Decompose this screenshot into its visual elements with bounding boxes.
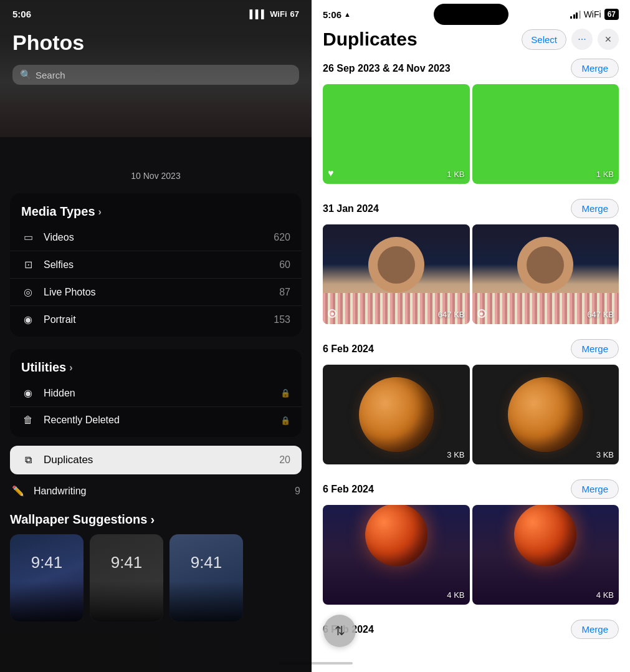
- videos-icon: ▭: [21, 231, 35, 243]
- selfies-count: 60: [279, 259, 290, 271]
- photo-size-4b: 4 KB: [596, 590, 614, 600]
- live-icon-2b: [477, 309, 487, 319]
- heart-icon-1a: ♥: [328, 168, 334, 179]
- selfies-label: Selfies: [44, 259, 279, 271]
- merge-button-5[interactable]: Merge: [571, 620, 619, 639]
- battery-level: 67: [608, 10, 616, 19]
- left-content: 5:06 ▌▌▌ WiFi 67 Photos 🔍 Search 10 Nov …: [0, 0, 312, 672]
- date-label: 10 Nov 2023: [0, 171, 312, 181]
- photo-thumb-1a[interactable]: ♥ 1 KB: [323, 84, 470, 184]
- selfies-icon: ⊡: [21, 259, 35, 271]
- wallpaper-thumb-1[interactable]: 9:41: [10, 534, 84, 622]
- search-icon: 🔍: [20, 69, 32, 80]
- photo-size-4a: 4 KB: [447, 590, 464, 600]
- sidebar-item-hidden[interactable]: ◉ Hidden 🔒: [10, 380, 302, 407]
- planet-3b: [508, 377, 583, 452]
- notch: [434, 4, 508, 25]
- wallpaper-chevron: ›: [150, 512, 155, 527]
- more-icon: ···: [578, 34, 586, 45]
- right-status-left: 5:06 ▲: [323, 9, 351, 20]
- duplicates-list[interactable]: 26 Sep 2023 & 24 Nov 2023 Merge ♥ 1 KB 1…: [312, 59, 630, 672]
- duplicate-group-4: 6 Feb 2024 Merge 4 KB 4 KB: [323, 479, 619, 605]
- right-panel: 5:06 ▲ WiFi 67 Duplicates Select: [312, 0, 630, 672]
- handwriting-label: Handwriting: [34, 486, 295, 497]
- wallpaper-title[interactable]: Wallpaper Suggestions ›: [10, 512, 302, 527]
- photo-thumb-3b[interactable]: 3 KB: [472, 365, 619, 464]
- left-header: Photos: [0, 24, 312, 60]
- photo-thumb-1b[interactable]: 1 KB: [472, 84, 619, 184]
- sidebar-item-live-photos[interactable]: ◎ Live Photos 87: [10, 279, 302, 306]
- photo-size-3a: 3 KB: [447, 450, 464, 459]
- photo-thumb-2a[interactable]: 647 KB: [323, 224, 470, 324]
- duplicate-group-2: 31 Jan 2024 Merge 647 KB: [323, 199, 619, 324]
- search-bar[interactable]: 🔍 Search: [12, 65, 299, 85]
- live-photos-icon: ◎: [21, 286, 35, 298]
- portrait-count: 153: [274, 314, 290, 325]
- page-title: Duplicates: [323, 29, 418, 50]
- right-status-bar: 5:06 ▲ WiFi 67: [312, 0, 630, 25]
- nav-actions: Select ··· ✕: [522, 29, 619, 50]
- portrait-label: Portrait: [44, 314, 274, 325]
- scroll-to-top-button[interactable]: ⇅: [323, 615, 356, 647]
- group-header-1: 26 Sep 2023 & 24 Nov 2023 Merge: [323, 59, 619, 78]
- wallpaper-thumb-2[interactable]: 9:41: [90, 534, 163, 622]
- duplicate-group-3: 6 Feb 2024 Merge 3 KB 3 KB: [323, 339, 619, 464]
- right-navbar: Duplicates Select ··· ✕: [312, 25, 630, 59]
- group-date-1: 26 Sep 2023 & 24 Nov 2023: [323, 63, 451, 74]
- merge-button-3[interactable]: Merge: [571, 339, 619, 358]
- sidebar-item-handwriting[interactable]: ✏️ Handwriting 9: [0, 477, 312, 505]
- live-icon-2a: [328, 309, 338, 319]
- sidebar-item-duplicates[interactable]: ⧉ Duplicates 20: [10, 446, 302, 474]
- recently-deleted-icon: 🗑: [21, 415, 35, 426]
- select-button[interactable]: Select: [522, 29, 566, 50]
- duplicate-group-5: 6 Feb 2024 Merge: [323, 620, 619, 639]
- sidebar-item-videos[interactable]: ▭ Videos 620: [10, 224, 302, 251]
- face-2b: [517, 237, 573, 293]
- photo-thumb-3a[interactable]: 3 KB: [323, 365, 470, 464]
- close-icon: ✕: [604, 34, 612, 44]
- group-header-3: 6 Feb 2024 Merge: [323, 339, 619, 358]
- planet-3a: [359, 377, 434, 452]
- merge-button-4[interactable]: Merge: [571, 479, 619, 499]
- group-date-3: 6 Feb 2024: [323, 343, 374, 355]
- battery-indicator: 67: [604, 9, 619, 20]
- left-time: 5:06: [12, 9, 31, 19]
- more-button[interactable]: ···: [571, 29, 593, 50]
- left-battery: 67: [290, 9, 299, 19]
- search-label: Search: [36, 70, 65, 80]
- merge-button-2[interactable]: Merge: [571, 199, 619, 218]
- left-panel: 5:06 ▌▌▌ WiFi 67 Photos 🔍 Search 10 Nov …: [0, 0, 312, 672]
- portrait-icon: ◉: [21, 314, 35, 325]
- group-date-4: 6 Feb 2024: [323, 484, 374, 495]
- hidden-icon: ◉: [21, 387, 35, 399]
- photo-thumb-4a[interactable]: 4 KB: [323, 505, 470, 605]
- photo-size-3b: 3 KB: [596, 450, 614, 459]
- left-status-right: ▌▌▌ WiFi 67: [250, 9, 299, 19]
- hidden-lock-icon: 🔒: [280, 388, 290, 398]
- location-arrow-icon: ▲: [344, 11, 351, 18]
- utilities-section: Utilities › ◉ Hidden 🔒 🗑 Recently Delete…: [10, 349, 302, 437]
- utilities-title[interactable]: Utilities ›: [10, 353, 302, 380]
- photo-thumb-2b[interactable]: 647 KB: [472, 224, 619, 324]
- face-2a: [368, 237, 424, 293]
- wifi-icon: WiFi: [584, 9, 601, 19]
- duplicates-label: Duplicates: [44, 454, 279, 466]
- sidebar-item-selfies[interactable]: ⊡ Selfies 60: [10, 251, 302, 279]
- photos-title: Photos: [12, 31, 299, 55]
- photo-thumb-4b[interactable]: 4 KB: [472, 505, 619, 605]
- handwriting-icon: ✏️: [11, 485, 25, 497]
- videos-count: 620: [274, 232, 290, 243]
- signal-bars: [570, 10, 581, 19]
- sidebar-item-portrait[interactable]: ◉ Portrait 153: [10, 306, 302, 333]
- photo-size-2b: 647 KB: [587, 310, 614, 319]
- recently-deleted-label: Recently Deleted: [44, 415, 278, 426]
- duplicate-group-1: 26 Sep 2023 & 24 Nov 2023 Merge ♥ 1 KB 1…: [323, 59, 619, 184]
- wallpaper-thumb-3[interactable]: 9:41: [169, 534, 243, 622]
- group-date-2: 31 Jan 2024: [323, 203, 379, 214]
- sidebar-item-recently-deleted[interactable]: 🗑 Recently Deleted 🔒: [10, 407, 302, 433]
- merge-button-1[interactable]: Merge: [571, 59, 619, 78]
- red-planet-4b: [514, 505, 576, 566]
- media-types-title[interactable]: Media Types ›: [10, 197, 302, 224]
- photo-pair-3: 3 KB 3 KB: [323, 365, 619, 464]
- close-button[interactable]: ✕: [598, 29, 619, 50]
